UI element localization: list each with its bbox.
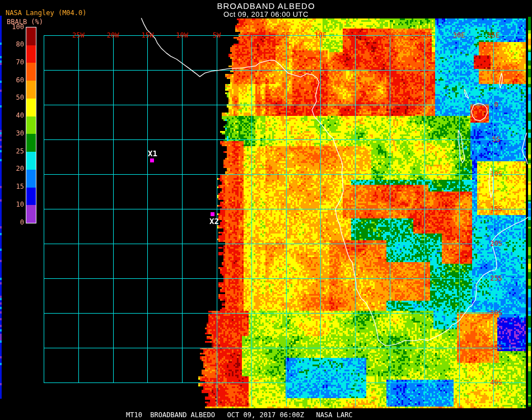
colorbar-swatch [26,188,36,206]
colorbar-tick: 20 [4,165,24,173]
colorbar-swatch [26,152,36,170]
colorbar-swatch [26,27,36,45]
colorbar-swatch [26,205,36,223]
colorbar-swatch [26,81,36,99]
colorbar-swatch [26,63,36,81]
albedo-map-view: BROADBAND ALBEDO Oct 09, 2017 06:00 UTC … [0,0,532,420]
colorbar-swatch [26,116,36,134]
colorbar-tick: 10 [4,200,24,209]
colorbar-tick: 60 [4,76,24,85]
map-canvas [0,0,532,420]
colorbar-swatch [26,170,36,188]
colorbar-tick: 25 [4,147,24,156]
colorbar-tick: 15 [4,183,24,191]
colorbar-tick: 0 [4,218,24,227]
colorbar-swatch [26,45,36,63]
colorbar-tick: 80 [4,40,24,49]
colorbar-swatch [26,134,36,152]
colorbar-tick: 30 [4,129,24,138]
colorbar-tick: 40 [4,111,24,120]
colorbar-tick: 50 [4,94,24,102]
colorbar-tick: 100 [4,23,24,31]
colorbar-tick: 70 [4,58,24,67]
colorbar-swatch [26,99,36,116]
colorbar [26,27,36,223]
